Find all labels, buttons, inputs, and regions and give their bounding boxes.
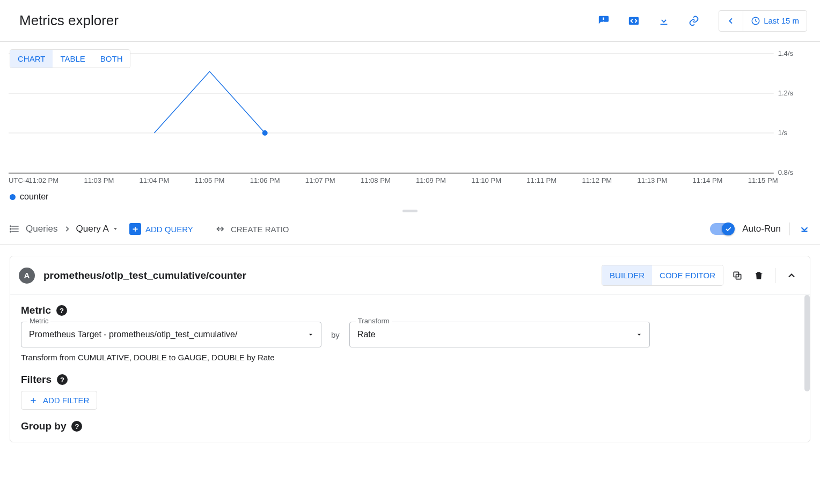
tab-both[interactable]: BOTH [93,50,130,68]
chevron-right-icon [63,225,71,233]
transform-field-legend: Transform [356,317,392,325]
queries-list-icon [10,224,20,234]
toggle-knob [722,223,735,235]
link-button[interactable] [684,11,704,31]
time-range-button[interactable]: Last 15 m [743,11,807,31]
transform-select[interactable]: Rate [349,322,650,347]
editor-builder-tab[interactable]: BUILDER [602,265,652,285]
collapse-down-icon [799,223,810,235]
queries-label: Queries [26,224,58,234]
svg-text:11:09 PM: 11:09 PM [416,176,446,184]
collapse-query-button[interactable] [784,268,799,283]
svg-text:1/s: 1/s [778,129,788,137]
groupby-help-button[interactable]: ? [71,421,82,432]
metric-help-button[interactable]: ? [56,305,67,316]
page-title: Metrics explorer [19,12,119,29]
query-card-body: Metric ? Metric Prometheus Target - prom… [10,295,810,442]
query-card-header-left: A prometheus/otlp_test_cumulative/counte… [19,268,246,284]
ratio-icon [216,224,226,234]
filters-help-button[interactable]: ? [57,374,68,385]
svg-text:UTC-4: UTC-4 [9,176,29,184]
time-range-label: Last 15 m [764,16,799,25]
header-actions: Last 15 m [594,10,807,32]
collapse-all-button[interactable] [799,223,810,235]
create-ratio-button[interactable]: CREATE RATIO [213,221,292,236]
divider [775,268,775,283]
download-button[interactable] [654,11,673,31]
svg-point-28 [10,228,11,229]
chart[interactable]: 1.4/s1.2/s1/s0.8/s11:02 PM11:03 PM11:04 … [9,49,811,207]
legend-series-label: counter [20,192,48,202]
svg-text:11:04 PM: 11:04 PM [140,176,170,184]
svg-text:11:12 PM: 11:12 PM [582,176,612,184]
svg-text:11:15 PM: 11:15 PM [748,176,778,184]
editor-toggle: BUILDER CODE EDITOR [602,265,723,286]
queries-bar: Queries Query A ＋ ADD QUERY CREATE RATIO… [0,213,820,245]
chart-legend: counter [9,189,811,207]
svg-text:11:08 PM: 11:08 PM [361,176,391,184]
queries-bar-right: Auto-Run [710,223,810,235]
groupby-section-text: Group by [21,420,66,432]
by-label: by [331,330,340,339]
svg-text:11:13 PM: 11:13 PM [638,176,668,184]
feedback-icon [598,15,610,27]
transform-select-value: Rate [357,330,376,339]
caret-down-icon [307,331,314,338]
transform-hint: Transform from CUMULATIVE, DOUBLE to GAU… [21,353,799,362]
metric-section-text: Metric [21,305,51,316]
caret-down-icon [112,226,119,232]
add-filter-label: ADD FILTER [43,396,89,405]
query-card-header: A prometheus/otlp_test_cumulative/counte… [10,256,810,295]
download-icon [658,15,670,27]
copy-query-button[interactable] [730,268,745,283]
view-tabs: CHART TABLE BOTH [10,49,130,68]
tab-chart[interactable]: CHART [10,50,53,68]
time-back-button[interactable] [719,11,743,31]
svg-text:11:02 PM: 11:02 PM [28,176,58,184]
legend-dot-icon [10,194,16,200]
copy-icon [732,270,743,281]
metric-select-value: Prometheus Target - prometheus/otlp_test… [29,330,237,339]
add-query-button[interactable]: ＋ ADD QUERY [126,221,196,237]
metric-field: Metric Prometheus Target - prometheus/ot… [21,322,321,347]
query-selector[interactable]: Query A [76,224,119,234]
caret-down-icon [635,331,643,338]
delete-query-button[interactable] [751,268,766,283]
link-icon [688,15,700,27]
svg-text:1.4/s: 1.4/s [778,49,794,57]
panel-resize-handle[interactable] [0,207,820,213]
filters-section-label: Filters ? [21,374,799,386]
trash-icon [753,270,764,281]
svg-text:1.2/s: 1.2/s [778,89,794,97]
tab-table[interactable]: TABLE [53,50,92,68]
svg-text:11:10 PM: 11:10 PM [471,176,501,184]
groupby-section-label: Group by ? [21,420,799,432]
plus-icon: ＋ [129,223,141,235]
svg-text:0.8/s: 0.8/s [778,168,794,176]
metric-select[interactable]: Prometheus Target - prometheus/otlp_test… [21,322,321,347]
query-selected-label: Query A [76,224,109,234]
queries-bar-left: Queries Query A ＋ ADD QUERY CREATE RATIO [10,221,292,237]
svg-text:11:07 PM: 11:07 PM [305,176,335,184]
svg-text:11:06 PM: 11:06 PM [250,176,280,184]
svg-text:11:03 PM: 11:03 PM [84,176,114,184]
filters-section-text: Filters [21,374,52,386]
svg-text:11:11 PM: 11:11 PM [526,176,557,184]
auto-run-toggle[interactable] [710,223,734,235]
add-query-label: ADD QUERY [145,225,193,234]
code-icon [628,15,640,27]
queries-breadcrumb: Queries Query A [10,224,119,234]
query-card-header-right: BUILDER CODE EDITOR [602,265,799,286]
code-button[interactable] [624,11,643,31]
query-title: prometheus/otlp_test_cumulative/counter [43,270,246,281]
header: Metrics explorer Last 15 m [0,0,820,42]
editor-code-tab[interactable]: CODE EDITOR [652,265,723,285]
divider [789,223,790,235]
svg-text:11:14 PM: 11:14 PM [693,176,723,184]
transform-field: Transform Rate [349,322,650,347]
grip-icon [402,210,418,212]
svg-point-27 [10,226,11,227]
svg-point-26 [262,130,268,136]
feedback-button[interactable] [594,11,613,31]
add-filter-button[interactable]: ADD FILTER [21,391,97,410]
